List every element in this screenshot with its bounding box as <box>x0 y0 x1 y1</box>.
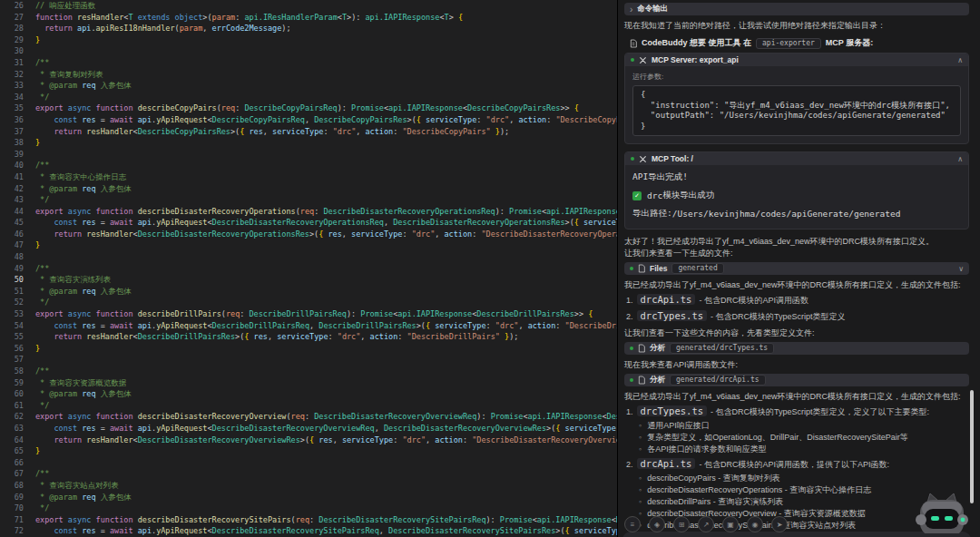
code-line: 48 <box>0 251 617 263</box>
line-number[interactable]: 54 <box>0 320 24 332</box>
line-number[interactable]: 65 <box>0 445 24 457</box>
mcp-tool-card-header[interactable]: MCP Tool: / ∧ <box>625 152 968 165</box>
file-icon <box>638 264 645 273</box>
analyze-bar-types[interactable]: 分析 generated/drcTypes.ts <box>624 342 969 355</box>
bullet-text: 复杂类型定义，如OperationLog、DrillPair、DisasterR… <box>647 433 908 443</box>
chevron-down-icon[interactable]: ∨ <box>958 265 964 273</box>
command-output-bar[interactable]: › 命令输出 <box>624 3 969 15</box>
drcapi-pill[interactable]: generated/drcApi.ts <box>670 375 766 386</box>
line-number[interactable]: 26 <box>0 0 24 12</box>
line-number[interactable]: 58 <box>0 366 24 377</box>
document-icon <box>630 39 637 48</box>
assistant-panel: › 命令输出 现在我知道了当前的绝对路径，让我尝试使用绝对路径来指定输出目录： … <box>618 0 980 537</box>
params-json: { "instruction": "导出yf_m4_v6iaas_dev_new… <box>632 85 961 136</box>
chat-scrollbar[interactable] <box>970 390 974 503</box>
bullet-item: ◦describeCopyPairs - 查询复制对列表 <box>639 474 969 483</box>
code-editor[interactable]: 26// 响应处理函数27function resHandler<T exten… <box>0 0 618 537</box>
arrow-icon[interactable]: ↗ <box>698 516 714 532</box>
line-number[interactable]: 47 <box>0 239 24 251</box>
code-line: 61 */ <box>0 400 617 412</box>
code-line: 62export async function describeDisaster… <box>0 411 617 423</box>
line-number[interactable]: 67 <box>0 468 24 480</box>
eye-icon[interactable]: ◉ <box>747 516 763 532</box>
line-number[interactable]: 51 <box>0 286 24 298</box>
inline-code: drcApi.ts <box>637 458 696 469</box>
code-line: 42 * @param req 入参包体 <box>0 183 617 195</box>
success-message: 太好了！我已经成功导出了yf_m4_v6iaas_dev_new环境中的DRC模… <box>624 237 969 247</box>
bullet-item: ◦复杂类型定义，如OperationLog、DrillPair、Disaster… <box>639 433 969 443</box>
line-number[interactable]: 70 <box>0 503 24 514</box>
codebuddy-mascot <box>915 492 969 537</box>
line-number[interactable]: 35 <box>0 103 24 114</box>
line-number[interactable]: 28 <box>0 23 24 34</box>
line-number[interactable]: 52 <box>0 297 24 308</box>
line-number[interactable]: 46 <box>0 229 24 240</box>
grid-icon[interactable]: ⊞ <box>673 516 690 532</box>
drctypes-pill[interactable]: generated/drcTypes.ts <box>670 343 774 354</box>
code-line: 46 return resHandler<DescribeDisasterRec… <box>0 229 617 240</box>
code-line: 29} <box>0 34 617 46</box>
line-number[interactable]: 60 <box>0 388 24 400</box>
code-line: 43 */ <box>0 194 617 206</box>
line-number[interactable]: 56 <box>0 343 24 355</box>
line-number[interactable]: 27 <box>0 12 24 24</box>
analyze-bar-api[interactable]: 分析 generated/drcApi.ts <box>624 374 969 386</box>
line-number[interactable]: 48 <box>0 251 24 263</box>
code-line: 53export async function describeDrillPai… <box>0 308 617 320</box>
line-number[interactable]: 53 <box>0 308 24 320</box>
line-number[interactable]: 34 <box>0 92 24 103</box>
code-line: 41 * 查询容灾中心操作日志 <box>0 171 617 183</box>
chevron-up-icon[interactable]: ∧ <box>957 155 963 163</box>
code-line: 72 const res = await api.yApiRequest<Des… <box>0 525 617 537</box>
send-icon[interactable]: ➤ <box>771 516 788 532</box>
line-number[interactable]: 30 <box>0 45 24 57</box>
line-number[interactable]: 39 <box>0 149 24 161</box>
tools-icon <box>639 56 647 64</box>
line-number[interactable]: 69 <box>0 492 24 503</box>
line-number[interactable]: 42 <box>0 183 24 195</box>
line-number[interactable]: 43 <box>0 194 24 206</box>
line-number[interactable]: 29 <box>0 34 24 46</box>
line-number[interactable]: 57 <box>0 354 24 366</box>
command-output-label: 命令输出 <box>637 4 668 15</box>
line-number[interactable]: 59 <box>0 377 24 389</box>
chat-toolbar: ≡◈⊞↗▣◉➤ <box>624 516 788 532</box>
module-success-line: ✓ drc 模块导出成功 <box>632 190 961 201</box>
line-number[interactable]: 37 <box>0 126 24 138</box>
generated-pill[interactable]: generated <box>671 263 723 274</box>
line-number[interactable]: 38 <box>0 137 24 149</box>
files-bar[interactable]: Files generated ∨ <box>624 262 969 275</box>
line-number[interactable]: 63 <box>0 423 24 434</box>
line-number[interactable]: 50 <box>0 274 24 286</box>
line-number[interactable]: 49 <box>0 263 24 275</box>
bullet-text: describeDrillPairs - 查询容灾演练列表 <box>647 497 783 507</box>
image-icon[interactable]: ▣ <box>722 516 739 532</box>
line-number[interactable]: 55 <box>0 331 24 343</box>
chevron-up-icon[interactable]: ∧ <box>957 56 963 64</box>
line-number[interactable]: 72 <box>0 525 24 537</box>
status-dot <box>630 347 633 350</box>
line-number[interactable]: 68 <box>0 480 24 492</box>
line-number[interactable]: 32 <box>0 69 24 81</box>
line-number[interactable]: 36 <box>0 114 24 126</box>
mcp-server-card-header[interactable]: MCP Server: export_api ∧ <box>625 54 968 66</box>
inline-code: drcTypes.ts <box>637 310 708 321</box>
list-index: 2. <box>626 460 633 469</box>
list-item: 1.drcTypes.ts- 包含DRC模块的TypeScript类型定义，定义… <box>626 405 969 418</box>
mcp-server-title: MCP Server: export_api <box>652 55 739 64</box>
line-number[interactable]: 61 <box>0 400 24 412</box>
code-line: 52 */ <box>0 297 617 308</box>
line-number[interactable]: 45 <box>0 217 24 229</box>
line-number[interactable]: 40 <box>0 160 24 171</box>
line-number[interactable]: 71 <box>0 514 24 526</box>
diamond-icon[interactable]: ◈ <box>649 516 665 532</box>
menu-icon[interactable]: ≡ <box>624 516 641 532</box>
line-number[interactable]: 31 <box>0 57 24 69</box>
line-number[interactable]: 33 <box>0 80 24 92</box>
line-number[interactable]: 64 <box>0 434 24 446</box>
line-number[interactable]: 62 <box>0 411 24 423</box>
line-number[interactable]: 41 <box>0 171 24 183</box>
line-number[interactable]: 44 <box>0 206 24 218</box>
line-number[interactable]: 66 <box>0 457 24 469</box>
inline-code: drcApi.ts <box>637 294 696 305</box>
